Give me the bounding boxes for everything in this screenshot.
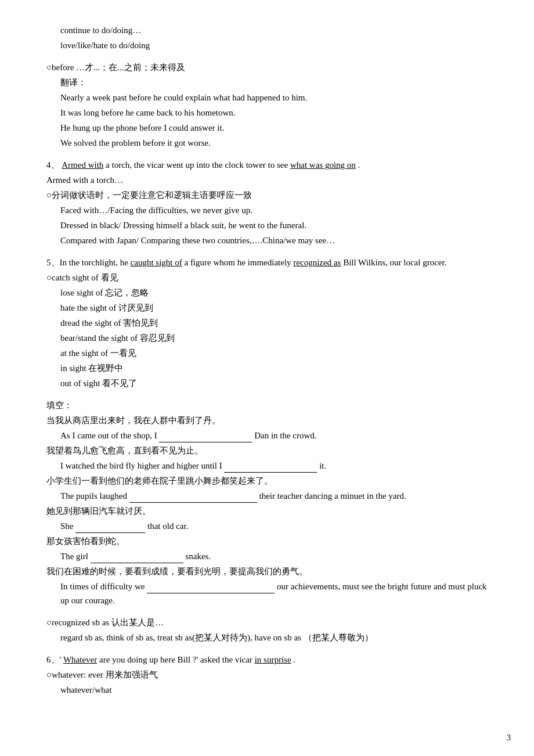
section-6-mid: are you doing up here Bill ?' asked the … bbox=[99, 655, 255, 664]
section-5-item-7: out of sight 看不见了 bbox=[46, 376, 488, 390]
fill-3-before: The pupils laughed bbox=[60, 491, 129, 501]
fill-chinese-1: 当我从商店里出来时，我在人群中看到了丹。 bbox=[46, 413, 488, 427]
fill-english-3: The pupils laughed their teacher dancing… bbox=[46, 489, 488, 503]
page: continue to do/doing… love/like/hate to … bbox=[0, 0, 534, 756]
recognized-heading: ○recognized sb as 认出某人是… bbox=[46, 615, 488, 629]
before-example-1: Nearly a week past before he could expla… bbox=[46, 91, 488, 105]
section-6-end: . bbox=[293, 655, 295, 664]
section-4-sentence-mid: a torch, the vicar went up into the cloc… bbox=[106, 160, 290, 170]
fill-chinese-5: 那女孩害怕看到蛇。 bbox=[46, 534, 488, 548]
fill-chinese-2: 我望着鸟儿愈飞愈高，直到看不见为止。 bbox=[46, 444, 488, 458]
section-5-heading: ○catch sight of 看见 bbox=[46, 271, 488, 285]
fill-1-blank[interactable] bbox=[159, 432, 252, 442]
section-4-heading: ○分词做状语时，一定要注意它和逻辑主语要呼应一致 bbox=[46, 188, 488, 202]
section-6-sentence: 6、' Whatever are you doing up here Bill … bbox=[46, 653, 488, 667]
section-4: 4、 Armed with a torch, the vicar went up… bbox=[46, 158, 488, 247]
section-6-continuation: whatever/what bbox=[46, 683, 488, 697]
fill-chinese-6: 我们在困难的时候，要看到成绩，要看到光明，要提高我们的勇气。 bbox=[46, 564, 488, 578]
section-5-sentence: 5、In the torchlight, he caught sight of … bbox=[46, 255, 488, 269]
fill-5-blank[interactable] bbox=[91, 553, 183, 563]
fill-3-after: their teacher dancing a minuet in the ya… bbox=[259, 491, 406, 501]
fill-3-blank[interactable] bbox=[129, 492, 257, 503]
fill-chinese-3: 小学生们一看到他们的老师在院子里跳小舞步都笑起来了。 bbox=[46, 474, 488, 488]
section-5-item-6: in sight 在视野中 bbox=[46, 361, 488, 375]
before-example-3: He hung up the phone before I could answ… bbox=[46, 121, 488, 135]
section-6-heading: ○whatever: ever 用来加强语气 bbox=[46, 668, 488, 682]
section-5-item-4: bear/stand the sight of 容忍见到 bbox=[46, 331, 488, 345]
section-4-ex-2: Dressed in black/ Dressing himself a bla… bbox=[46, 218, 488, 232]
section-5-item-2: hate the sight of 讨厌见到 bbox=[46, 301, 488, 315]
section-6: 6、' Whatever are you doing up here Bill … bbox=[46, 653, 488, 697]
section-5-item-3: dread the sight of 害怕见到 bbox=[46, 316, 488, 330]
section-4-ex-3: Compared with Japan/ Comparing these two… bbox=[46, 233, 488, 247]
fill-2-after: it. bbox=[319, 461, 326, 470]
fill-1-before: As I came out of the shop, I bbox=[60, 431, 157, 440]
fill-english-5: The girl snakes. bbox=[46, 549, 488, 563]
fill-english-2: I watched the bird fly higher and higher… bbox=[46, 459, 488, 473]
before-label: 翻译： bbox=[46, 75, 488, 89]
section-4-sentence: 4、 Armed with a torch, the vicar went up… bbox=[46, 158, 488, 172]
section-5-item-1: lose sight of 忘记，忽略 bbox=[46, 286, 488, 300]
recognized-section: ○recognized sb as 认出某人是… regard sb as, t… bbox=[46, 615, 488, 645]
fill-4-after: that old car. bbox=[147, 521, 188, 531]
fill-1-after: Dan in the crowd. bbox=[254, 431, 316, 440]
fill-2-blank[interactable] bbox=[224, 462, 317, 473]
fill-5-before: The girl bbox=[60, 552, 91, 561]
section-6-number: 6、' bbox=[46, 655, 61, 664]
section-4-what-was: what was going on bbox=[290, 160, 356, 170]
section-6-whatever: Whatever bbox=[63, 655, 97, 664]
before-section: ○before …才...；在...之前；未来得及 翻译： Nearly a w… bbox=[46, 60, 488, 150]
section-4-ex-1: Faced with…/Facing the difficulties, we … bbox=[46, 203, 488, 217]
top-line-1: continue to do/doing… bbox=[46, 23, 488, 37]
section-5-end: Bill Wilkins, our local grocer. bbox=[343, 258, 446, 267]
before-example-2: It was long before he came back to his h… bbox=[46, 106, 488, 120]
fill-english-4: She that old car. bbox=[46, 519, 488, 533]
section-5: 5、In the torchlight, he caught sight of … bbox=[46, 255, 488, 390]
fill-5-after: snakes. bbox=[185, 552, 211, 561]
section-4-continuation: Armed with a torch… bbox=[46, 173, 488, 187]
fill-english-1: As I came out of the shop, I Dan in the … bbox=[46, 429, 488, 442]
before-heading: ○before …才...；在...之前；未来得及 bbox=[46, 60, 488, 74]
page-number: 3 bbox=[507, 732, 511, 744]
fill-4-before: She bbox=[60, 521, 75, 531]
fill-6-blank[interactable] bbox=[147, 583, 275, 593]
fill-2-before: I watched the bird fly higher and higher… bbox=[60, 461, 222, 470]
fill-6-before: In times of difficulty we bbox=[60, 582, 145, 591]
section-5-recognized-as: recognized as bbox=[293, 258, 341, 267]
section-5-mid: a figure whom he immediately bbox=[184, 258, 293, 267]
fill-section: 填空： 当我从商店里出来时，我在人群中看到了丹。 As I came out o… bbox=[46, 398, 488, 607]
fill-chinese-4: 她见到那辆旧汽车就讨厌。 bbox=[46, 504, 488, 518]
section-5-item-5: at the sight of 一看见 bbox=[46, 346, 488, 360]
top-line-2: love/like/hate to do/doing bbox=[46, 38, 488, 52]
section-5-caught-sight: caught sight of bbox=[131, 258, 182, 267]
fill-4-blank[interactable] bbox=[75, 523, 145, 533]
fill-heading: 填空： bbox=[46, 398, 488, 412]
section-6-in-surprise: in surprise bbox=[255, 655, 291, 664]
section-4-number: 4、 bbox=[46, 160, 60, 170]
section-4-armed-with: Armed with bbox=[62, 160, 103, 170]
section-5-number: 5、In the torchlight, he bbox=[46, 258, 131, 267]
section-4-sentence-end: . bbox=[358, 160, 360, 170]
fill-english-6: In times of difficulty we our achievemen… bbox=[46, 579, 488, 607]
recognized-detail: regard sb as, think of sb as, treat sb a… bbox=[46, 631, 488, 645]
top-section: continue to do/doing… love/like/hate to … bbox=[46, 23, 488, 52]
before-example-4: We solved the problem before it got wors… bbox=[46, 136, 488, 150]
